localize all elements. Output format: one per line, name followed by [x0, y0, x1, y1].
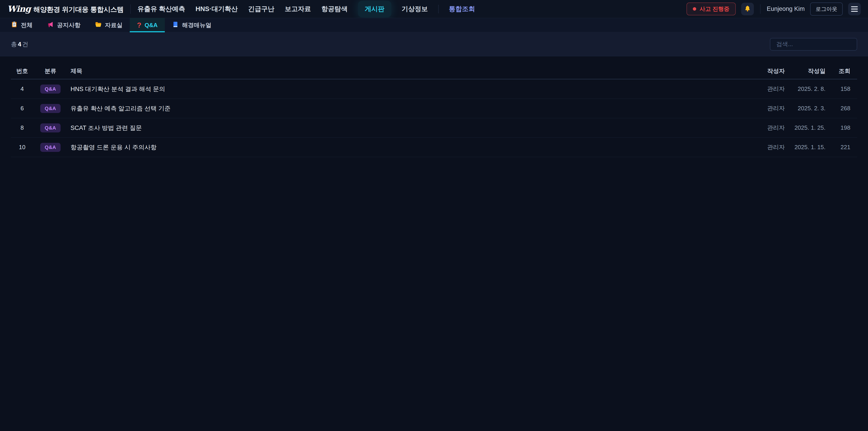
post-number: 4 — [11, 86, 33, 92]
post-author: 관리자 — [740, 124, 785, 132]
search-input[interactable] — [770, 38, 857, 51]
tab-label: 공지사항 — [57, 21, 81, 29]
logo-wing-icon: Wing — [7, 4, 31, 14]
total-count-value: 4 — [17, 41, 22, 48]
logout-button[interactable]: 로그아웃 — [810, 2, 843, 16]
post-date: 2025. 1. 15. — [785, 144, 826, 151]
post-author: 관리자 — [740, 104, 785, 112]
hamburger-menu-icon — [851, 6, 858, 12]
table-header-row: 번호 분류 제목 작성자 작성일 조회 — [11, 63, 857, 79]
incident-status-badge[interactable]: 사고 진행중 — [686, 2, 736, 16]
notifications-button[interactable] — [741, 3, 754, 16]
tab-coastguard-manual[interactable]: 해경매뉴얼 — [165, 18, 219, 32]
post-number: 8 — [11, 124, 33, 131]
column-header-views: 조회 — [826, 67, 850, 75]
user-name: Eunjeong Kim — [767, 5, 805, 12]
category-badge: Q&A — [40, 104, 61, 113]
tab-resources[interactable]: 자료실 — [88, 18, 130, 32]
app-root: Wing 해양환경 위기대응 통합시스템 유출유 확산예측 HNS·대기확산 긴… — [0, 0, 868, 431]
post-date: 2025. 2. 3. — [785, 105, 826, 112]
post-views: 221 — [826, 144, 850, 151]
folder-icon — [95, 21, 102, 29]
board-toolbar: 총4건 — [0, 32, 868, 56]
topbar-right: 사고 진행중 Eunjeong Kim 로그아웃 — [686, 2, 861, 16]
table-row[interactable]: 10 Q&A 항공촬영 드론 운용 시 주의사항 관리자 2025. 1. 15… — [11, 137, 857, 157]
post-title[interactable]: 유출유 확산 예측 알고리즘 선택 기준 — [67, 104, 740, 113]
tab-label: 전체 — [21, 21, 33, 29]
nav-item-emergency-rescue[interactable]: 긴급구난 — [248, 4, 274, 13]
topbar-divider — [760, 4, 761, 14]
post-title[interactable]: 항공촬영 드론 운용 시 주의사항 — [67, 143, 740, 151]
table-row[interactable]: 6 Q&A 유출유 확산 예측 알고리즘 선택 기준 관리자 2025. 2. … — [11, 99, 857, 118]
tab-label: Q&A — [145, 22, 158, 29]
alert-dot-icon — [693, 7, 696, 11]
table-row[interactable]: 4 Q&A HNS 대기확산 분석 결과 해석 문의 관리자 2025. 2. … — [11, 79, 857, 99]
main-nav: 유출유 확산예측 HNS·대기확산 긴급구난 보고자료 항공탐색 게시판 기상정… — [137, 1, 475, 17]
table-row[interactable]: 8 Q&A SCAT 조사 방법 관련 질문 관리자 2025. 1. 25. … — [11, 118, 857, 137]
incident-status-label: 사고 진행중 — [700, 5, 730, 13]
column-header-date: 작성일 — [785, 67, 826, 75]
category-badge: Q&A — [40, 123, 61, 132]
post-author: 관리자 — [740, 143, 785, 151]
tab-label: 자료실 — [105, 21, 123, 29]
question-mark-icon: ? — [137, 22, 142, 29]
tab-label: 해경매뉴얼 — [182, 21, 211, 29]
column-header-author: 작성자 — [740, 67, 785, 75]
clipboard-icon — [11, 21, 18, 29]
category-badge: Q&A — [40, 143, 61, 152]
post-author: 관리자 — [740, 85, 785, 93]
app-title: 해양환경 위기대응 통합시스템 — [33, 5, 124, 14]
post-views: 158 — [826, 86, 850, 92]
post-views: 268 — [826, 105, 850, 112]
post-date: 2025. 1. 25. — [785, 124, 826, 131]
blue-book-icon — [172, 21, 179, 29]
megaphone-icon — [47, 21, 54, 29]
app-logo[interactable]: Wing 해양환경 위기대응 통합시스템 — [7, 4, 124, 14]
total-count-label: 총4건 — [11, 40, 28, 49]
nav-item-oil-spill-prediction[interactable]: 유출유 확산예측 — [137, 4, 185, 13]
post-views: 198 — [826, 124, 850, 131]
nav-item-weather-info[interactable]: 기상정보 — [402, 4, 428, 13]
post-date: 2025. 2. 8. — [785, 86, 826, 92]
nav-item-hns-atmospheric[interactable]: HNS·대기확산 — [195, 4, 238, 13]
nav-item-board[interactable]: 게시판 — [358, 1, 391, 17]
header-divider — [130, 4, 131, 14]
post-title[interactable]: HNS 대기확산 분석 결과 해석 문의 — [67, 85, 740, 93]
board-content: 번호 분류 제목 작성자 작성일 조회 4 Q&A HNS 대기확산 분석 결과… — [0, 56, 868, 431]
nav-item-integrated-search[interactable]: 통합조회 — [449, 4, 475, 13]
tab-qna[interactable]: ? Q&A — [130, 18, 165, 32]
tab-all[interactable]: 전체 — [4, 18, 40, 32]
post-number: 10 — [11, 144, 33, 151]
post-number: 6 — [11, 105, 33, 112]
hamburger-menu-button[interactable] — [848, 3, 861, 16]
top-navigation-bar: Wing 해양환경 위기대응 통합시스템 유출유 확산예측 HNS·대기확산 긴… — [0, 0, 868, 18]
post-title[interactable]: SCAT 조사 방법 관련 질문 — [67, 124, 740, 132]
column-header-category: 분류 — [33, 67, 67, 75]
bell-icon — [744, 5, 751, 13]
category-badge: Q&A — [40, 85, 61, 94]
column-header-title: 제목 — [67, 67, 740, 75]
board-tab-bar: 전체 공지사항 자료실 ? Q&A — [0, 18, 868, 32]
nav-item-reports[interactable]: 보고자료 — [285, 4, 311, 13]
tab-notices[interactable]: 공지사항 — [40, 18, 88, 32]
column-header-number: 번호 — [11, 67, 33, 75]
nav-item-aerial-search[interactable]: 항공탐색 — [321, 4, 348, 13]
